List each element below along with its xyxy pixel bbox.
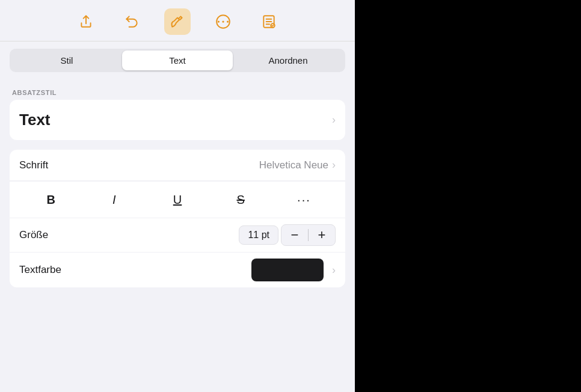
svg-point-2 bbox=[227, 20, 229, 22]
size-stepper: − + bbox=[281, 224, 336, 246]
textfarbe-chevron-icon: › bbox=[332, 264, 336, 277]
groesse-value[interactable]: 11 pt bbox=[239, 225, 278, 245]
absatzstil-chevron-icon: › bbox=[332, 114, 336, 126]
ellipsis-icon bbox=[215, 14, 231, 29]
share-button[interactable] bbox=[73, 8, 99, 35]
absatzstil-row[interactable]: Text › bbox=[10, 100, 345, 140]
textfarbe-row[interactable]: Textfarbe › bbox=[10, 253, 345, 287]
schrift-value: Helvetica Neue bbox=[259, 159, 328, 171]
share-icon bbox=[78, 14, 94, 29]
schrift-card: Schrift Helvetica Neue › B I U S ··· Grö… bbox=[10, 150, 345, 287]
textfarbe-swatch[interactable] bbox=[251, 259, 324, 281]
size-decrease-button[interactable]: − bbox=[281, 224, 308, 246]
bold-button[interactable]: B bbox=[19, 188, 82, 212]
right-background bbox=[355, 0, 581, 392]
schrift-label: Schrift bbox=[19, 159, 259, 171]
format-more-button[interactable]: ··· bbox=[272, 193, 336, 207]
undo-button[interactable] bbox=[118, 8, 145, 35]
groesse-row: Größe 11 pt − + bbox=[10, 218, 345, 253]
format-button[interactable] bbox=[164, 8, 191, 35]
textfarbe-label: Textfarbe bbox=[19, 264, 251, 276]
svg-point-1 bbox=[222, 20, 224, 22]
absatzstil-label: ABSATZSTIL bbox=[12, 89, 343, 96]
content-area: ABSATZSTIL Text › Schrift Helvetica Neue… bbox=[0, 77, 355, 392]
schrift-chevron-icon: › bbox=[332, 159, 336, 171]
strikethrough-button[interactable]: S bbox=[209, 188, 272, 212]
size-increase-button[interactable]: + bbox=[309, 224, 335, 246]
groesse-label: Größe bbox=[19, 229, 239, 241]
paintbrush-icon bbox=[170, 14, 185, 29]
tab-anordnen[interactable]: Anordnen bbox=[233, 51, 343, 70]
tab-text[interactable]: Text bbox=[122, 51, 233, 70]
segment-control: Stil Text Anordnen bbox=[10, 49, 345, 72]
more-options-button[interactable] bbox=[210, 8, 236, 35]
review-icon bbox=[261, 14, 277, 29]
underline-button[interactable]: U bbox=[146, 188, 209, 212]
schrift-row[interactable]: Schrift Helvetica Neue › bbox=[10, 150, 345, 181]
review-button[interactable] bbox=[256, 8, 282, 35]
italic-button[interactable]: I bbox=[82, 188, 146, 212]
format-row: B I U S ··· bbox=[10, 181, 345, 218]
tab-stil[interactable]: Stil bbox=[11, 51, 122, 70]
toolbar bbox=[0, 0, 355, 41]
absatzstil-card: Text › bbox=[10, 100, 345, 140]
absatzstil-value: Text bbox=[19, 111, 332, 129]
undo-icon bbox=[124, 14, 140, 29]
svg-point-0 bbox=[218, 20, 220, 22]
